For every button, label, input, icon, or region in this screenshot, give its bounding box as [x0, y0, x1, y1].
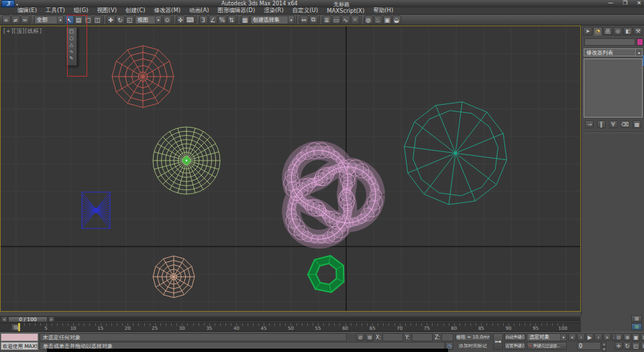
align-icon[interactable]: ⧉	[309, 15, 318, 24]
edit-named-selection-sets-icon[interactable]: ▦	[241, 15, 250, 24]
current-frame-field[interactable]	[577, 342, 601, 350]
orbit-icon[interactable]: ↻	[623, 342, 631, 350]
restore-button[interactable]: ❐	[623, 0, 627, 6]
menu-item-2[interactable]: 组(G)	[74, 7, 89, 15]
object-name-field[interactable]	[584, 38, 635, 46]
macro-recorder-field[interactable]	[1, 333, 38, 341]
show-end-result-icon[interactable]: ‖	[597, 120, 606, 128]
minimize-button[interactable]: —	[608, 0, 613, 6]
tab-display[interactable]: ◧	[623, 27, 633, 36]
select-and-move-icon[interactable]: ✚	[107, 15, 115, 24]
zoom-region-icon[interactable]: ⊡	[641, 333, 644, 341]
next-frame-icon[interactable]: ›	[594, 333, 602, 341]
absolute-relative-toggle[interactable]: ⊞	[366, 333, 374, 341]
go-to-end-icon[interactable]: »	[603, 333, 611, 341]
menu-item-9[interactable]: 自定义(U)	[292, 7, 318, 15]
viewport-layout-tab-active-icon[interactable]: ⊞	[631, 323, 642, 331]
angle-snap-icon[interactable]: ∠	[209, 15, 217, 24]
menu-item-5[interactable]: 修改器(M)	[154, 7, 180, 15]
select-and-link-icon[interactable]: ∞	[2, 15, 11, 24]
field-of-view-icon[interactable]: ◱	[632, 342, 640, 350]
viewport-canvas[interactable]	[1, 26, 580, 311]
key-filters-button[interactable]: ∿ 关键点过滤器...	[527, 342, 567, 350]
make-unique-icon[interactable]: ∀	[609, 120, 618, 128]
selection-lock-toggle[interactable]: ⊘	[356, 333, 364, 341]
configure-modifier-sets-icon[interactable]: ▦	[633, 120, 641, 128]
snaps-toggle-icon[interactable]: 3	[199, 15, 208, 24]
z-coordinate-field[interactable]	[441, 333, 453, 341]
add-time-tag[interactable]: 添加时间标记	[455, 342, 490, 350]
viewport-top[interactable]: [+][顶][线框]	[0, 26, 581, 312]
previous-frame-arrow[interactable]: <	[1, 316, 7, 322]
previous-frame-icon[interactable]: ‹	[577, 333, 585, 341]
tab-hierarchy[interactable]: 品	[603, 27, 612, 36]
select-and-rotate-icon[interactable]: ↻	[116, 15, 125, 24]
mirror-icon[interactable]: ⇔	[300, 15, 309, 24]
auto-key-button[interactable]: 自动关键点	[504, 333, 525, 341]
viewport-layout-tab-icon[interactable]: ⊞	[631, 315, 642, 322]
keyboard-shortcut-override-icon[interactable]: ⌨	[186, 15, 195, 24]
percent-snap-icon[interactable]: %	[218, 15, 227, 24]
menu-item-6[interactable]: 动画(A)	[189, 7, 209, 15]
time-slider-handle[interactable]: 0 / 100	[8, 316, 48, 322]
tab-motion[interactable]: ◎	[613, 27, 623, 36]
y-coordinate-field[interactable]	[412, 333, 433, 341]
object-color-swatch[interactable]	[637, 38, 643, 46]
rectangular-selection-region-icon[interactable]: ▢	[84, 15, 93, 24]
schematic-view-icon[interactable]: ⌗	[351, 15, 360, 24]
go-to-start-icon[interactable]: «	[568, 333, 576, 341]
lasso-region-icon[interactable]: ∿	[67, 48, 76, 55]
layer-manager-icon[interactable]: ≣	[323, 15, 331, 24]
pan-icon[interactable]: ✛	[614, 342, 623, 350]
paint-region-icon[interactable]: ✎	[67, 55, 76, 62]
application-menu-arrow-icon[interactable]: ▾	[16, 2, 18, 7]
x-coordinate-field[interactable]	[382, 333, 403, 341]
use-pivot-point-center-icon[interactable]: ⊙	[163, 15, 172, 24]
tab-modify[interactable]: ◔	[593, 27, 602, 36]
menu-item-4[interactable]: 创建(C)	[125, 7, 146, 15]
selection-set-dropdown[interactable]: 选定对象 ▾	[527, 333, 567, 341]
tab-utilities[interactable]: ⚒	[633, 27, 643, 36]
application-menu-button[interactable]: Ʒ	[1, 0, 15, 7]
rendered-frame-window-icon[interactable]: ▣	[383, 15, 392, 24]
select-and-manipulate-icon[interactable]: ✜	[176, 15, 185, 24]
time-slider-track[interactable]	[55, 318, 580, 321]
menu-item-3[interactable]: 视图(V)	[97, 7, 117, 15]
unlink-selection-icon[interactable]: ≠	[11, 15, 20, 24]
zoom-icon[interactable]: ⊙	[614, 333, 623, 341]
selection-filter-dropdown[interactable]: 全部▾	[34, 15, 64, 24]
pin-stack-icon[interactable]: ⊸	[585, 120, 594, 128]
menu-item-7[interactable]: 图形编辑器(D)	[218, 7, 256, 15]
close-button[interactable]: ✕	[637, 0, 641, 6]
circular-region-icon[interactable]: ○	[67, 35, 76, 42]
curve-editor-icon[interactable]: ∿	[341, 15, 350, 24]
set-key-button[interactable]: 设置关键点	[504, 342, 525, 350]
render-setup-icon[interactable]: ♨	[374, 15, 382, 24]
zoom-all-icon[interactable]: ⊕	[623, 333, 631, 341]
menu-item-11[interactable]: 帮助(H)	[373, 7, 393, 15]
rectangular-region-icon[interactable]: ▢	[67, 28, 76, 35]
menu-item-10[interactable]: MAXScript(X)	[327, 7, 364, 14]
menu-item-1[interactable]: 工具(T)	[46, 7, 65, 15]
named-selection-sets-dropdown[interactable]: 创建选择集▾	[250, 15, 294, 24]
frame-spinner[interactable]: ▴▾	[602, 342, 606, 350]
menu-item-0[interactable]: 编辑(E)	[17, 7, 37, 15]
ribbon-toggle-icon[interactable]: ▭	[332, 15, 341, 24]
maximize-viewport-toggle-icon[interactable]: ⊠	[641, 342, 644, 350]
set-keys-button[interactable]: ⊶	[493, 333, 503, 350]
select-and-scale-icon[interactable]: ◱	[125, 15, 134, 24]
reference-coordinate-dropdown[interactable]: 视图▾	[135, 15, 162, 24]
maxscript-mini-listener[interactable]: 欢迎使用 MAXScript	[1, 342, 38, 350]
material-editor-icon[interactable]: ◍	[364, 15, 373, 24]
bind-to-space-warp-icon[interactable]: ≈	[21, 15, 30, 24]
play-icon[interactable]: ▶	[586, 333, 594, 341]
render-production-icon[interactable]: ◒	[392, 15, 401, 24]
viewport-label[interactable]: [+][顶][线框]	[3, 28, 42, 36]
modifier-stack-list[interactable]	[584, 58, 643, 118]
tab-create[interactable]: ➤	[583, 27, 592, 36]
remove-modifier-icon[interactable]: ⌫	[621, 120, 629, 128]
select-by-name-icon[interactable]: ▤	[74, 15, 83, 24]
menu-item-8[interactable]: 渲染(R)	[264, 7, 284, 15]
zoom-extents-all-icon[interactable]: ▣	[632, 333, 640, 341]
window-crossing-icon[interactable]: ◫	[93, 15, 102, 24]
